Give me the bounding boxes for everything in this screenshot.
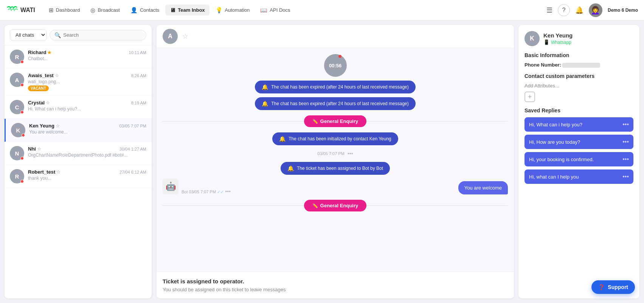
saved-reply-text: Hi, What can i help you? — [529, 122, 582, 127]
contact-time: 30/04 1:27 AM — [119, 147, 146, 151]
saved-reply-item[interactable]: Hi, your booking is confirmed.••• — [525, 152, 633, 166]
api-docs-nav-label: API Docs — [270, 7, 290, 13]
topnav-right: ☰ ? 🔔 👩‍🦱 Demo 6 Demo — [546, 3, 638, 17]
contact-time: 03/05 7:07 PM — [119, 124, 146, 128]
team-inbox-nav-icon: 🖥 — [170, 7, 175, 13]
bell-icon: 🔔 — [279, 136, 286, 142]
system-message: 🔔The ticket has been assigned to Bot by … — [163, 162, 508, 175]
star-empty-icon: ☆ — [56, 169, 61, 175]
user-avatar[interactable]: 👩‍🦱 — [589, 3, 602, 17]
general-enquiry-button[interactable]: ✏️General Enquiry — [304, 200, 366, 211]
online-dot — [22, 134, 25, 137]
system-message-text: The chat has been expired (after 24 hour… — [271, 84, 409, 90]
general-enquiry-button[interactable]: ✏️General Enquiry — [304, 115, 366, 127]
bot-message-row: 🤖 Bot 03/05 7:07 PM ✓✓ ••• You are welco… — [163, 179, 508, 194]
star-empty-icon: ☆ — [37, 146, 41, 152]
dashboard-nav-label: Dashboard — [56, 7, 80, 13]
saved-reply-item[interactable]: Hi, what can I help you••• — [525, 169, 633, 184]
hamburger-menu[interactable]: ☰ — [546, 6, 552, 14]
bottom-panel-title: Ticket is assigned to operator. — [163, 278, 508, 284]
nav-item-automation[interactable]: 💡Automation — [211, 5, 254, 16]
support-icon: ❓ — [598, 284, 605, 290]
main-layout: All chatsOpenResolvedPending 🔍 R Richard… — [0, 20, 644, 303]
contact-header: K Ken Yeung 📱 Whatsapp — [525, 31, 633, 46]
divider-line-left — [163, 121, 304, 121]
system-message-bubble: 🔔The chat has been expired (after 24 hou… — [255, 81, 416, 93]
chat-list-header: All chatsOpenResolvedPending 🔍 — [5, 25, 152, 45]
nav-items: ⊞Dashboard◎Broadcast👤Contacts🖥Team Inbox… — [44, 5, 546, 16]
saved-reply-text: Hi, your booking is confirmed. — [529, 157, 594, 162]
timer-bubble: 00:56 — [324, 54, 347, 77]
add-attributes-button[interactable]: Add Attributes... — [525, 83, 633, 89]
reply-options-icon[interactable]: ••• — [622, 121, 629, 128]
system-message-text: The chat has been expired (after 24 hour… — [271, 101, 409, 106]
contact-name: Richard★ — [28, 50, 51, 55]
contact-name-row: Richard★ 10:11 AM — [28, 50, 146, 55]
system-message-text: The chat has been initialized by contact… — [289, 136, 391, 141]
contact-avatar: N — [10, 146, 24, 160]
bell-icon: 🔔 — [287, 165, 294, 171]
contact-header-avatar: K — [525, 31, 540, 46]
contacts-nav-label: Contacts — [140, 7, 159, 13]
nav-item-contacts[interactable]: 👤Contacts — [126, 5, 164, 16]
reply-options-icon[interactable]: ••• — [622, 138, 629, 145]
star-empty-icon: ☆ — [56, 123, 60, 129]
contact-preview: wati_logo.png... — [28, 79, 146, 84]
search-input[interactable] — [63, 32, 141, 38]
whatsapp-label: Whatsapp — [551, 40, 571, 45]
bot-sender-label: Bot 03/05 7:07 PM ✓✓ ••• — [182, 188, 231, 194]
contact-item-robert_test[interactable]: R Robert_test☆ 27/04 6:12 AM thank you..… — [5, 165, 152, 188]
phone-label: Phone Number: — [525, 62, 561, 68]
contact-name-row: Nhi☆ 30/04 1:27 AM — [28, 146, 146, 152]
nav-item-dashboard[interactable]: ⊞Dashboard — [44, 5, 85, 16]
contact-info: Richard★ 10:11 AM Chatbot... — [28, 50, 146, 61]
nav-item-broadcast[interactable]: ◎Broadcast — [86, 5, 124, 16]
add-attribute-plus-button[interactable]: + — [525, 92, 535, 102]
contact-item-nhi[interactable]: N Nhi☆ 30/04 1:27 AM OrgChartNameRoleDep… — [5, 142, 152, 165]
timer-dot — [338, 55, 341, 58]
contact-list: R Richard★ 10:11 AM Chatbot... A Awais_t… — [5, 45, 152, 298]
star-favorite-icon[interactable]: ☆ — [182, 32, 188, 40]
contact-item-richard[interactable]: R Richard★ 10:11 AM Chatbot... — [5, 45, 152, 68]
general-enquiry-divider: ✏️General Enquiry — [163, 200, 508, 211]
message-dots-icon[interactable]: ••• — [225, 188, 231, 194]
nav-item-team-inbox[interactable]: 🖥Team Inbox — [165, 5, 209, 16]
divider-line-right — [366, 121, 508, 121]
star-empty-icon: ☆ — [46, 100, 50, 106]
contact-time: 8:26 AM — [131, 73, 146, 78]
message-options-icon[interactable]: ••• — [348, 151, 353, 157]
custom-params-title: Contact custom parameters — [525, 73, 633, 79]
wati-logo-icon — [6, 4, 18, 16]
saved-reply-item[interactable]: Hi, What can i help you?••• — [525, 117, 633, 132]
chat-filter-select[interactable]: All chatsOpenResolvedPending — [10, 30, 47, 40]
support-fab-button[interactable]: ❓ Support — [591, 280, 635, 294]
nav-item-api-docs[interactable]: 📖API Docs — [256, 5, 295, 16]
saved-reply-text: Hi, How are you today? — [529, 139, 580, 145]
logo[interactable]: WATI — [6, 4, 35, 16]
contact-item-awais_test[interactable]: A Awais_test☆ 8:26 AM wati_logo.png... V… — [5, 68, 152, 96]
saved-reply-item[interactable]: Hi, How are you today?••• — [525, 135, 633, 149]
bell-icon: 🔔 — [262, 84, 268, 90]
basic-info-title: Basic Information — [525, 52, 633, 58]
whatsapp-badge: 📱 Whatsapp — [543, 39, 573, 45]
contact-name-row: Ken Yeung☆ 03/05 7:07 PM — [29, 123, 146, 129]
timer-value: 00:56 — [329, 63, 341, 68]
general-enquiry-label: General Enquiry — [320, 203, 358, 208]
help-icon[interactable]: ? — [558, 4, 570, 16]
contact-detail-name: Ken Yeung — [543, 32, 573, 39]
search-box: 🔍 — [50, 30, 146, 40]
contact-info: Ken Yeung☆ 03/05 7:07 PM You are welcome… — [29, 123, 146, 135]
contact-item-ken-yeung[interactable]: K Ken Yeung☆ 03/05 7:07 PM You are welco… — [5, 119, 152, 142]
search-icon: 🔍 — [54, 32, 61, 38]
contact-time: 10:11 AM — [129, 50, 146, 55]
star-empty-icon: ☆ — [55, 73, 59, 78]
contact-info: Crystal☆ 8:19 AM Hi, What can i help you… — [28, 100, 146, 112]
reply-options-icon[interactable]: ••• — [622, 156, 629, 163]
contact-preview: Hi, What can i help you?... — [28, 106, 146, 112]
contact-name: Ken Yeung☆ — [29, 123, 60, 129]
contact-item-crystal[interactable]: C Crystal☆ 8:19 AM Hi, What can i help y… — [5, 96, 152, 119]
notifications-icon[interactable]: 🔔 — [575, 6, 583, 14]
reply-options-icon[interactable]: ••• — [622, 173, 629, 180]
chat-messages[interactable]: 00:56🔔The chat has been expired (after 2… — [157, 48, 514, 272]
saved-reply-text: Hi, what can I help you — [529, 174, 579, 180]
